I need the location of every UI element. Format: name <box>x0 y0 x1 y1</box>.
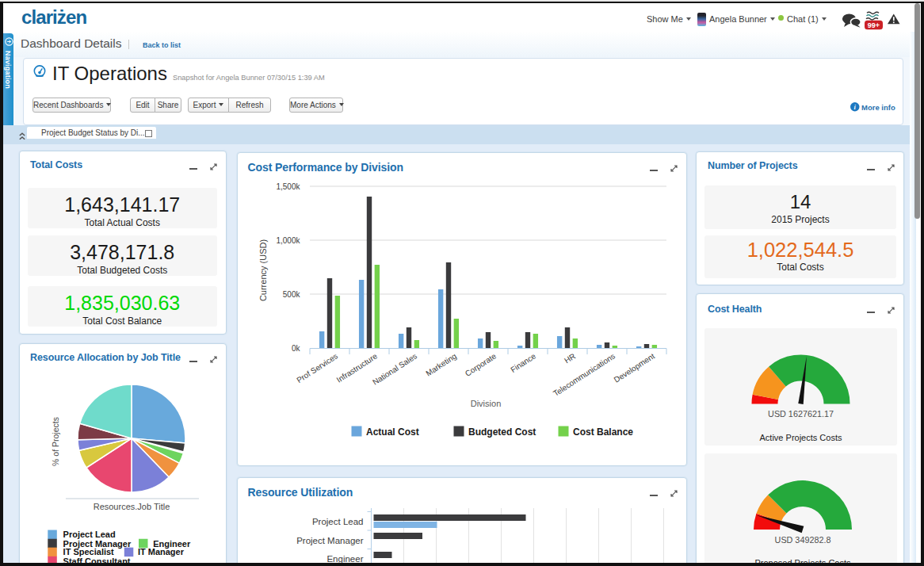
svg-text:Resources.Job Title: Resources.Job Title <box>94 502 170 511</box>
svg-text:Cost Balance: Cost Balance <box>573 426 633 438</box>
svg-text:Prof Services: Prof Services <box>295 351 339 384</box>
svg-text:USD 349282.8: USD 349282.8 <box>775 535 831 545</box>
svg-text:Project Manager: Project Manager <box>296 536 364 545</box>
svg-text:Proposed Projects Costs: Proposed Projects Costs <box>754 558 851 563</box>
svg-text:National Sales: National Sales <box>371 351 418 386</box>
svg-text:IT Specialist: IT Specialist <box>63 547 115 556</box>
svg-text:Finance: Finance <box>509 351 537 374</box>
svg-text:Staff Consultant: Staff Consultant <box>63 556 131 563</box>
svg-text:0k: 0k <box>291 344 300 353</box>
svg-text:Currency (USD): Currency (USD) <box>258 239 268 301</box>
svg-text:Budgeted Cost: Budgeted Cost <box>468 426 536 438</box>
svg-text:99+: 99+ <box>868 21 880 29</box>
svg-text:% of Projects: % of Projects <box>51 417 60 466</box>
svg-text:Division: Division <box>470 399 501 408</box>
svg-text:1,000k: 1,000k <box>276 236 300 245</box>
svg-text:IT Manager: IT Manager <box>138 547 185 556</box>
svg-text:1,500k: 1,500k <box>276 182 300 191</box>
svg-text:USD 1627621.17: USD 1627621.17 <box>768 409 834 419</box>
svg-text:HR: HR <box>562 351 576 365</box>
svg-text:Project Lead: Project Lead <box>63 530 116 539</box>
svg-text:Telecommunications: Telecommunications <box>552 351 617 398</box>
svg-text:Active Projects Costs: Active Projects Costs <box>760 433 842 442</box>
svg-text:Marketing: Marketing <box>424 351 458 377</box>
svg-text:Actual Cost: Actual Cost <box>366 426 419 438</box>
svg-text:Corporate: Corporate <box>463 351 498 378</box>
svg-text:Development: Development <box>612 351 656 384</box>
svg-text:Engineer: Engineer <box>326 554 363 563</box>
svg-text:Project Lead: Project Lead <box>311 517 363 526</box>
svg-text:500k: 500k <box>282 290 300 299</box>
